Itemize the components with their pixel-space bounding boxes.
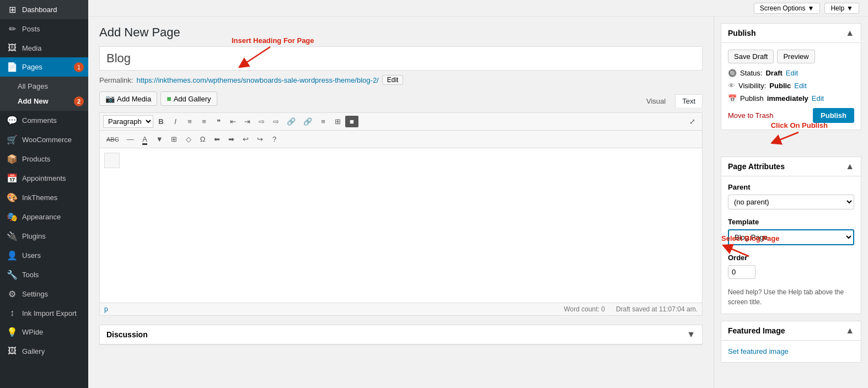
sidebar-item-all-pages[interactable]: All Pages bbox=[0, 79, 88, 94]
sidebar-item-label: InkThemes bbox=[22, 193, 57, 202]
paragraph-select[interactable]: Paragraph Heading 1 Heading 2 bbox=[103, 115, 153, 128]
page-title-input[interactable] bbox=[99, 46, 703, 71]
tab-text[interactable]: Text bbox=[675, 94, 703, 107]
sidebar-item-settings[interactable]: ⚙ Settings bbox=[0, 284, 88, 304]
right-sidebar: Publish ▲ Save Draft Preview 🔘 Status: D… bbox=[714, 17, 868, 388]
discussion-header[interactable]: Discussion ▼ bbox=[100, 325, 702, 344]
sidebar-item-ink-import-export[interactable]: ↕ Ink Import Export bbox=[0, 304, 88, 322]
sidebar-item-add-new[interactable]: Add New 2 bbox=[0, 94, 88, 109]
posts-icon: ✏ bbox=[7, 24, 18, 34]
order-input[interactable] bbox=[728, 265, 756, 279]
italic-btn[interactable]: I bbox=[169, 115, 182, 128]
page-attributes-body: Parent (no parent) Template Blog Page De… bbox=[721, 176, 861, 314]
align-center-btn[interactable]: ⇥ bbox=[240, 115, 254, 128]
move-to-trash-link[interactable]: Move to Trash bbox=[728, 111, 773, 120]
screen-options-btn[interactable]: Screen Options ▼ bbox=[754, 3, 821, 14]
add-media-btn[interactable]: 📷 Add Media bbox=[99, 91, 157, 106]
template-select[interactable]: Blog Page Default Template Full Width bbox=[728, 229, 854, 245]
strikethrough-btn[interactable]: ABC bbox=[103, 134, 122, 145]
permalink-url[interactable]: https://inkthemes.com/wpthemes/snowboard… bbox=[136, 76, 378, 84]
sidebar-item-pages[interactable]: 📄 Pages 1 bbox=[0, 57, 88, 77]
undo-btn[interactable]: ↩ bbox=[239, 133, 253, 146]
set-featured-image-link[interactable]: Set featured image bbox=[728, 347, 789, 355]
sidebar-item-media[interactable]: 🖼 Media bbox=[0, 39, 88, 57]
blockquote-btn[interactable]: ❝ bbox=[212, 115, 225, 128]
sidebar-item-wpide[interactable]: 💡 WPide bbox=[0, 322, 88, 342]
save-draft-btn[interactable]: Save Draft bbox=[728, 50, 774, 63]
sidebar-item-label: Products bbox=[22, 155, 50, 163]
link-btn[interactable]: 🔗 bbox=[283, 115, 299, 128]
sidebar-item-products[interactable]: 📦 Products bbox=[0, 149, 88, 169]
ol-btn[interactable]: ≡ bbox=[197, 115, 211, 128]
template-label: Template bbox=[728, 218, 854, 226]
help-toolbar-btn[interactable]: ? bbox=[268, 133, 281, 146]
sidebar-item-dashboard[interactable]: ⊞ Dashboard bbox=[0, 0, 88, 19]
special-char-btn[interactable]: Ω bbox=[196, 133, 210, 146]
hr-btn[interactable]: — bbox=[124, 133, 137, 146]
align-justify-btn[interactable]: ⇨ bbox=[269, 115, 282, 128]
text-color-arrow-btn[interactable]: ▼ bbox=[153, 133, 167, 146]
parent-select[interactable]: (no parent) bbox=[728, 195, 854, 209]
add-gallery-btn[interactable]: ■ Add Gallery bbox=[160, 91, 217, 106]
sidebar-item-label: WooCommerce bbox=[22, 136, 72, 144]
topbar: Screen Options ▼ Help ▼ bbox=[88, 0, 868, 17]
annotation-publish-arrow bbox=[771, 130, 804, 146]
sidebar-item-gallery[interactable]: 🖼 Gallery bbox=[0, 342, 88, 360]
align-right-btn[interactable]: ⇨ bbox=[255, 115, 268, 128]
sidebar-item-appointments[interactable]: 📅 Appointments bbox=[0, 169, 88, 188]
permalink-label: Permalink: bbox=[99, 76, 133, 84]
dashboard-icon: ⊞ bbox=[7, 4, 18, 15]
align-left-btn[interactable]: ⇤ bbox=[226, 115, 239, 128]
publish-time-edit-link[interactable]: Edit bbox=[812, 94, 824, 103]
sidebar-item-label: Comments bbox=[22, 116, 57, 125]
sidebar-item-label: Appointments bbox=[22, 174, 66, 182]
preview-btn[interactable]: Preview bbox=[777, 50, 815, 63]
editor-body[interactable] bbox=[100, 148, 702, 303]
sidebar: ⊞ Dashboard ✏ Posts 🖼 Media 📄 Pages 1 Al… bbox=[0, 0, 88, 388]
main-area: Screen Options ▼ Help ▼ Insert Heading F… bbox=[88, 0, 868, 388]
unlink-btn[interactable]: 🔗 bbox=[300, 115, 315, 128]
sidebar-item-plugins[interactable]: 🔌 Plugins bbox=[0, 227, 88, 246]
woocommerce-icon: 🛒 bbox=[7, 134, 18, 145]
table-btn[interactable]: ⊞ bbox=[331, 115, 344, 128]
pages-submenu: All Pages Add New 2 bbox=[0, 77, 88, 111]
clear-btn[interactable]: ◇ bbox=[182, 133, 195, 146]
publish-button[interactable]: Publish bbox=[813, 108, 854, 123]
products-icon: 📦 bbox=[7, 154, 18, 164]
editor-outer: 📷 Add Media ■ Add Gallery Visual Text bbox=[99, 91, 703, 316]
bold-btn[interactable]: B bbox=[154, 115, 168, 128]
sidebar-item-users[interactable]: 👤 Users bbox=[0, 246, 88, 265]
outdent-btn[interactable]: ⬅ bbox=[211, 133, 224, 146]
pages-badge: 1 bbox=[74, 62, 84, 72]
publish-panel-header[interactable]: Publish ▲ bbox=[721, 24, 861, 43]
status-edit-link[interactable]: Edit bbox=[786, 69, 798, 77]
indent-btn[interactable]: ➡ bbox=[225, 133, 238, 146]
permalink-edit-btn[interactable]: Edit bbox=[382, 75, 404, 85]
visibility-edit-link[interactable]: Edit bbox=[794, 82, 806, 90]
sidebar-item-inkthemes[interactable]: 🎨 InkThemes bbox=[0, 188, 88, 207]
sidebar-item-tools[interactable]: 🔧 Tools bbox=[0, 265, 88, 284]
help-btn[interactable]: Help ▼ bbox=[824, 3, 859, 14]
text-color-btn[interactable]: A bbox=[138, 133, 152, 146]
sidebar-item-appearance[interactable]: 🎭 Appearance bbox=[0, 207, 88, 227]
wp-more-btn[interactable]: ■ bbox=[345, 116, 358, 127]
tab-visual[interactable]: Visual bbox=[639, 94, 673, 107]
status-icon: 🔘 bbox=[728, 69, 737, 77]
add-gallery-icon: ■ bbox=[167, 94, 171, 103]
paste-btn[interactable]: ⊞ bbox=[168, 133, 181, 146]
insert-btn[interactable]: ≡ bbox=[317, 115, 330, 128]
featured-image-header[interactable]: Featured Image ▲ bbox=[721, 321, 861, 341]
sidebar-item-posts[interactable]: ✏ Posts bbox=[0, 19, 88, 39]
sidebar-item-label: Media bbox=[22, 44, 41, 52]
sidebar-item-woocommerce[interactable]: 🛒 WooCommerce bbox=[0, 130, 88, 149]
fullscreen-btn[interactable]: ⤢ bbox=[685, 115, 699, 128]
sidebar-item-comments[interactable]: 💬 Comments bbox=[0, 111, 88, 130]
page-attributes-header[interactable]: Page Attributes ▲ bbox=[721, 157, 861, 176]
featured-image-title: Featured Image bbox=[728, 326, 785, 335]
publish-collapse-icon: ▲ bbox=[845, 28, 854, 38]
publish-time-icon: 📅 bbox=[728, 94, 737, 103]
discussion-metabox: Discussion ▼ bbox=[99, 325, 703, 345]
sidebar-item-label: Settings bbox=[22, 290, 48, 298]
ul-btn[interactable]: ≡ bbox=[183, 115, 196, 128]
redo-btn[interactable]: ↪ bbox=[254, 133, 267, 146]
